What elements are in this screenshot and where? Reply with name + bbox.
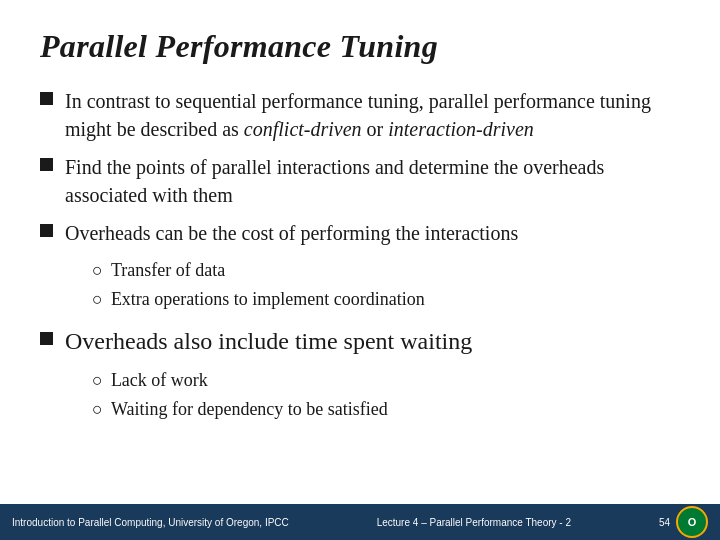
sub-bullet-text-3-1: Transfer of data [111,257,225,284]
bullet-square-3 [40,224,53,237]
footer-right-group: 54 O [659,506,708,538]
uo-logo-text: O [688,517,697,528]
sub-bullet-circle-3-1: ○ [92,257,103,284]
slide-content: In contrast to sequential performance tu… [40,87,680,504]
sub-bullet-circle-4-2: ○ [92,396,103,423]
slide: Parallel Performance Tuning In contrast … [0,0,720,540]
sub-bullet-text-4-2: Waiting for dependency to be satisfied [111,396,388,423]
bullet-text-4: Overheads also include time spent waitin… [65,325,472,357]
sub-bullet-item-3-2: ○ Extra operations to implement coordina… [92,286,680,313]
uo-logo: O [676,506,708,538]
bullet-item-2: Find the points of parallel interactions… [40,153,680,209]
bullet-square-1 [40,92,53,105]
sub-bullet-group-3: ○ Transfer of data ○ Extra operations to… [92,257,680,315]
sub-bullet-item-4-1: ○ Lack of work [92,367,680,394]
bullet-text-2: Find the points of parallel interactions… [65,153,680,209]
bullet-text-3: Overheads can be the cost of performing … [65,219,518,247]
sub-bullet-circle-3-2: ○ [92,286,103,313]
sub-bullet-item-4-2: ○ Waiting for dependency to be satisfied [92,396,680,423]
slide-title: Parallel Performance Tuning [40,28,680,65]
bullet-square-4 [40,332,53,345]
sub-bullet-text-3-2: Extra operations to implement coordinati… [111,286,425,313]
bullet-item-1: In contrast to sequential performance tu… [40,87,680,143]
bullet-item-4: Overheads also include time spent waitin… [40,325,680,357]
bullet-square-2 [40,158,53,171]
sub-bullet-group-4: ○ Lack of work ○ Waiting for dependency … [92,367,680,425]
bullet-text-1: In contrast to sequential performance tu… [65,87,680,143]
footer: Introduction to Parallel Computing, Univ… [0,504,720,540]
sub-bullet-item-3-1: ○ Transfer of data [92,257,680,284]
sub-bullet-text-4-1: Lack of work [111,367,208,394]
footer-center-text: Lecture 4 – Parallel Performance Theory … [299,517,649,528]
footer-left-text: Introduction to Parallel Computing, Univ… [12,517,289,528]
footer-page-number: 54 [659,517,670,528]
bullet-item-3: Overheads can be the cost of performing … [40,219,680,247]
sub-bullet-circle-4-1: ○ [92,367,103,394]
